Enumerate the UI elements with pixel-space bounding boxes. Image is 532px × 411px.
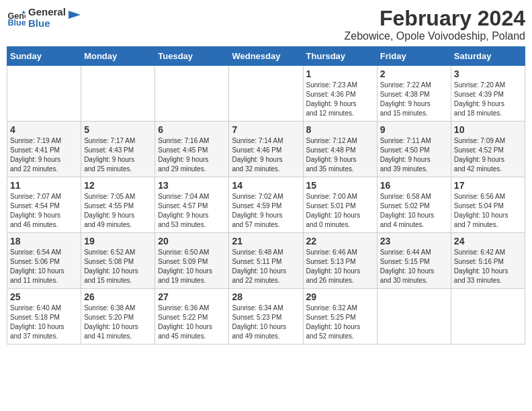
day-info: Sunrise: 7:22 AM Sunset: 4:38 PM Dayligh… [380,81,448,118]
day-number: 21 [232,236,300,246]
month-year-title: February 2024 [344,7,525,30]
calendar-day-cell: 3Sunrise: 7:20 AM Sunset: 4:39 PM Daylig… [451,66,525,122]
day-of-week-header: Sunday [7,47,81,66]
day-of-week-header: Wednesday [229,47,303,66]
calendar-day-cell [81,66,155,122]
day-number: 13 [158,180,226,191]
calendar-day-cell: 21Sunrise: 6:48 AM Sunset: 5:11 PM Dayli… [229,233,303,289]
day-number: 8 [306,124,374,135]
day-number: 29 [306,291,374,302]
day-info: Sunrise: 6:50 AM Sunset: 5:09 PM Dayligh… [158,248,226,285]
calendar-day-cell: 6Sunrise: 7:16 AM Sunset: 4:45 PM Daylig… [155,122,229,177]
logo-blue-text: Blue [28,18,66,30]
day-number: 16 [380,180,448,191]
calendar-day-cell: 13Sunrise: 7:04 AM Sunset: 4:57 PM Dayli… [155,177,229,233]
day-info: Sunrise: 7:16 AM Sunset: 4:45 PM Dayligh… [158,136,226,174]
day-number: 22 [306,236,374,246]
calendar-day-cell: 16Sunrise: 6:58 AM Sunset: 5:02 PM Dayli… [377,177,451,233]
day-of-week-header: Monday [81,47,155,66]
day-info: Sunrise: 7:20 AM Sunset: 4:39 PM Dayligh… [454,81,522,118]
calendar-day-cell: 8Sunrise: 7:12 AM Sunset: 4:48 PM Daylig… [303,122,377,177]
day-info: Sunrise: 7:23 AM Sunset: 4:36 PM Dayligh… [306,81,374,118]
day-number: 24 [454,236,522,246]
blue-flag-icon [69,11,81,26]
calendar-day-cell: 14Sunrise: 7:02 AM Sunset: 4:59 PM Dayli… [229,177,303,233]
calendar-week-row: 1Sunrise: 7:23 AM Sunset: 4:36 PM Daylig… [7,66,525,122]
day-info: Sunrise: 6:32 AM Sunset: 5:25 PM Dayligh… [306,304,374,341]
calendar-week-row: 18Sunrise: 6:54 AM Sunset: 5:06 PM Dayli… [7,233,525,289]
day-info: Sunrise: 7:05 AM Sunset: 4:55 PM Dayligh… [84,192,152,230]
day-info: Sunrise: 7:07 AM Sunset: 4:54 PM Dayligh… [10,192,78,230]
day-info: Sunrise: 6:36 AM Sunset: 5:22 PM Dayligh… [158,304,226,341]
calendar-day-cell: 2Sunrise: 7:22 AM Sunset: 4:38 PM Daylig… [377,66,451,122]
day-number: 17 [454,180,522,191]
day-number: 1 [306,68,374,79]
header-row: SundayMondayTuesdayWednesdayThursdayFrid… [7,47,525,66]
day-info: Sunrise: 6:38 AM Sunset: 5:20 PM Dayligh… [84,304,152,341]
day-number: 14 [232,180,300,191]
calendar-header: SundayMondayTuesdayWednesdayThursdayFrid… [7,47,525,66]
calendar-day-cell: 26Sunrise: 6:38 AM Sunset: 5:20 PM Dayli… [81,289,155,345]
day-number: 7 [232,124,300,135]
calendar-day-cell [451,289,525,345]
day-info: Sunrise: 6:44 AM Sunset: 5:15 PM Dayligh… [380,248,448,285]
day-info: Sunrise: 6:56 AM Sunset: 5:04 PM Dayligh… [454,192,522,230]
calendar-day-cell: 19Sunrise: 6:52 AM Sunset: 5:08 PM Dayli… [81,233,155,289]
day-number: 5 [84,124,152,135]
calendar-day-cell: 10Sunrise: 7:09 AM Sunset: 4:52 PM Dayli… [451,122,525,177]
location-subtitle: Zebowice, Opole Voivodeship, Poland [344,30,525,42]
day-info: Sunrise: 7:04 AM Sunset: 4:57 PM Dayligh… [158,192,226,230]
day-info: Sunrise: 6:42 AM Sunset: 5:16 PM Dayligh… [454,248,522,285]
calendar-body: 1Sunrise: 7:23 AM Sunset: 4:36 PM Daylig… [7,66,525,345]
day-number: 27 [158,291,226,302]
calendar-day-cell: 25Sunrise: 6:40 AM Sunset: 5:18 PM Dayli… [7,289,81,345]
day-of-week-header: Thursday [303,47,377,66]
day-number: 18 [10,236,78,246]
calendar-week-row: 4Sunrise: 7:19 AM Sunset: 4:41 PM Daylig… [7,122,525,177]
logo-general-text: General [28,7,66,18]
calendar-day-cell: 1Sunrise: 7:23 AM Sunset: 4:36 PM Daylig… [303,66,377,122]
logo-icon: General Blue [7,9,26,28]
day-info: Sunrise: 7:14 AM Sunset: 4:46 PM Dayligh… [232,136,300,174]
day-info: Sunrise: 6:54 AM Sunset: 5:06 PM Dayligh… [10,248,78,285]
day-number: 28 [232,291,300,302]
day-info: Sunrise: 6:58 AM Sunset: 5:02 PM Dayligh… [380,192,448,230]
day-number: 2 [380,68,448,79]
calendar-day-cell: 15Sunrise: 7:00 AM Sunset: 5:01 PM Dayli… [303,177,377,233]
day-number: 23 [380,236,448,246]
day-number: 25 [10,291,78,302]
calendar-day-cell: 7Sunrise: 7:14 AM Sunset: 4:46 PM Daylig… [229,122,303,177]
day-info: Sunrise: 7:00 AM Sunset: 5:01 PM Dayligh… [306,192,374,230]
day-number: 3 [454,68,522,79]
calendar-day-cell: 17Sunrise: 6:56 AM Sunset: 5:04 PM Dayli… [451,177,525,233]
day-number: 15 [306,180,374,191]
day-info: Sunrise: 7:02 AM Sunset: 4:59 PM Dayligh… [232,192,300,230]
day-number: 11 [10,180,78,191]
calendar-week-row: 11Sunrise: 7:07 AM Sunset: 4:54 PM Dayli… [7,177,525,233]
calendar-day-cell [155,66,229,122]
calendar-day-cell: 11Sunrise: 7:07 AM Sunset: 4:54 PM Dayli… [7,177,81,233]
calendar-day-cell: 4Sunrise: 7:19 AM Sunset: 4:41 PM Daylig… [7,122,81,177]
calendar-day-cell: 23Sunrise: 6:44 AM Sunset: 5:15 PM Dayli… [377,233,451,289]
calendar-day-cell: 5Sunrise: 7:17 AM Sunset: 4:43 PM Daylig… [81,122,155,177]
day-number: 12 [84,180,152,191]
day-info: Sunrise: 7:11 AM Sunset: 4:50 PM Dayligh… [380,136,448,174]
calendar-day-cell: 9Sunrise: 7:11 AM Sunset: 4:50 PM Daylig… [377,122,451,177]
calendar-day-cell: 20Sunrise: 6:50 AM Sunset: 5:09 PM Dayli… [155,233,229,289]
day-of-week-header: Tuesday [155,47,229,66]
day-of-week-header: Saturday [451,47,525,66]
calendar-day-cell: 28Sunrise: 6:34 AM Sunset: 5:23 PM Dayli… [229,289,303,345]
calendar-table: SundayMondayTuesdayWednesdayThursdayFrid… [7,46,525,345]
calendar-day-cell: 22Sunrise: 6:46 AM Sunset: 5:13 PM Dayli… [303,233,377,289]
title-section: February 2024 Zebowice, Opole Voivodeshi… [344,7,525,42]
day-info: Sunrise: 6:46 AM Sunset: 5:13 PM Dayligh… [306,248,374,285]
day-number: 4 [10,124,78,135]
day-number: 20 [158,236,226,246]
svg-marker-3 [69,11,81,19]
page-header: General Blue General Blue February 2024 … [7,7,525,42]
day-info: Sunrise: 7:17 AM Sunset: 4:43 PM Dayligh… [84,136,152,174]
day-info: Sunrise: 7:09 AM Sunset: 4:52 PM Dayligh… [454,136,522,174]
svg-text:Blue: Blue [7,18,26,28]
calendar-day-cell [229,66,303,122]
logo: General Blue General Blue [7,7,81,29]
